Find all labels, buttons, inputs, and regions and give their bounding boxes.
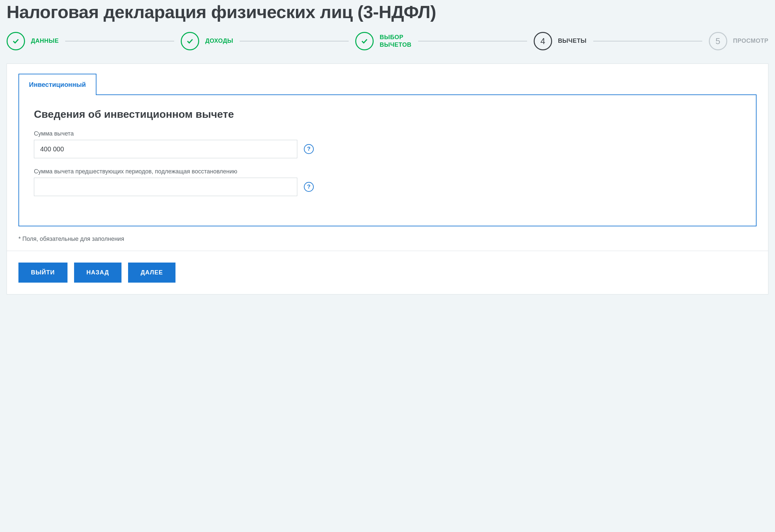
step-number-icon: 5 (709, 32, 727, 50)
help-icon[interactable]: ? (304, 144, 314, 154)
step-label: ДОХОДЫ (205, 37, 233, 45)
restore-input[interactable] (34, 178, 297, 196)
check-icon (7, 32, 25, 50)
step-income[interactable]: ДОХОДЫ (181, 32, 233, 50)
section-title: Сведения об инвестиционном вычете (34, 108, 741, 120)
step-label: ВЫЧЕТЫ (558, 37, 587, 45)
step-connector (593, 41, 702, 41)
amount-input[interactable] (34, 140, 297, 158)
restore-label: Сумма вычета предшествующих периодов, по… (34, 168, 741, 175)
amount-label: Сумма вычета (34, 130, 741, 137)
step-preview[interactable]: 5 ПРОСМОТР (709, 32, 768, 50)
step-deduction-choice[interactable]: ВЫБОР ВЫЧЕТОВ (355, 32, 411, 50)
field-group-amount: Сумма вычета ? (34, 130, 741, 158)
check-icon (181, 32, 199, 50)
step-connector (418, 41, 527, 41)
step-data[interactable]: ДАННЫЕ (7, 32, 59, 50)
step-label: ВЫБОР ВЫЧЕТОВ (379, 34, 411, 49)
page-title: Налоговая декларация физических лиц (3-Н… (7, 2, 768, 22)
button-bar: ВЫЙТИ НАЗАД ДАЛЕЕ (7, 251, 768, 294)
step-connector (65, 41, 174, 41)
step-number-icon: 4 (534, 32, 552, 50)
tab-investment[interactable]: Инвестиционный (18, 74, 96, 95)
required-footnote: * Поля, обязательные для заполнения (18, 236, 757, 242)
exit-button[interactable]: ВЫЙТИ (18, 263, 67, 283)
field-group-restore: Сумма вычета предшествующих периодов, по… (34, 168, 741, 196)
step-label: ДАННЫЕ (31, 37, 59, 45)
step-connector (240, 41, 349, 41)
check-icon (355, 32, 374, 50)
tab-content: Сведения об инвестиционном вычете Сумма … (18, 94, 757, 226)
step-deductions[interactable]: 4 ВЫЧЕТЫ (534, 32, 587, 50)
main-panel: Инвестиционный Сведения об инвестиционно… (7, 63, 768, 251)
back-button[interactable]: НАЗАД (74, 263, 122, 283)
stepper: ДАННЫЕ ДОХОДЫ ВЫБОР ВЫЧЕТОВ 4 ВЫЧЕТЫ 5 П… (7, 32, 768, 50)
next-button[interactable]: ДАЛЕЕ (128, 263, 175, 283)
help-icon[interactable]: ? (304, 182, 314, 192)
step-label: ПРОСМОТР (733, 37, 768, 45)
